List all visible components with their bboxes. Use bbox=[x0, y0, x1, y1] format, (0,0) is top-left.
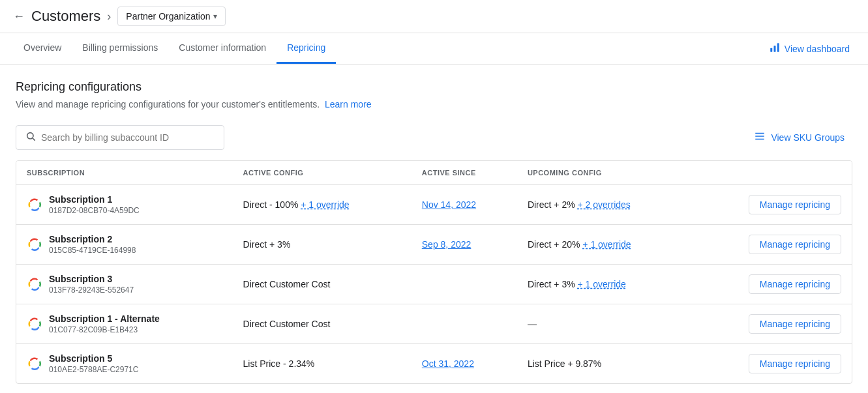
table-row: Subscription 2 015C85-4719CE-164998 Dire… bbox=[16, 225, 852, 265]
manage-repricing-button[interactable]: Manage repricing bbox=[749, 235, 841, 254]
subscription-id: 01C077-82C09B-E1B423 bbox=[49, 325, 160, 334]
active-config-cell: List Price - 2.34% bbox=[233, 344, 412, 384]
search-row: View SKU Groups bbox=[16, 125, 852, 150]
subscription-name: Subscription 3 bbox=[49, 274, 134, 284]
col-upcoming-config: Upcoming Config bbox=[517, 161, 692, 185]
tab-billing[interactable]: Billing permissions bbox=[72, 33, 168, 64]
upcoming-config-cell: Direct + 2% + 2 overrides bbox=[517, 185, 692, 225]
upcoming-config-link[interactable]: + 1 override bbox=[578, 279, 626, 289]
active-since-link[interactable]: Oct 31, 2022 bbox=[422, 358, 474, 369]
active-config-link[interactable]: + 1 override bbox=[301, 199, 349, 210]
action-cell: Manage repricing bbox=[692, 304, 852, 344]
chevron-down-icon: ▾ bbox=[213, 12, 217, 21]
col-subscription: Subscription bbox=[16, 161, 233, 185]
subscription-cell: Subscription 5 010AE2-5788AE-C2971C bbox=[16, 344, 233, 384]
search-input[interactable] bbox=[41, 132, 215, 143]
active-config-cell: Direct + 3% bbox=[233, 225, 412, 265]
manage-repricing-button[interactable]: Manage repricing bbox=[749, 314, 841, 334]
active-config-text: Direct Customer Cost bbox=[243, 279, 331, 289]
upcoming-config-cell: Direct + 3% + 1 override bbox=[517, 265, 692, 304]
breadcrumb-sep: › bbox=[107, 10, 111, 23]
gcp-icon bbox=[27, 316, 42, 332]
tab-overview[interactable]: Overview bbox=[13, 33, 72, 64]
active-since-link[interactable]: Nov 14, 2022 bbox=[422, 199, 476, 210]
upcoming-config-text: — bbox=[528, 319, 537, 329]
action-cell: Manage repricing bbox=[692, 225, 852, 265]
upcoming-config-text: Direct + 2% bbox=[528, 199, 575, 210]
col-actions bbox=[692, 161, 852, 185]
back-button[interactable]: ← bbox=[13, 10, 25, 23]
main-content: Repricing configurations View and manage… bbox=[0, 65, 868, 393]
svg-line-4 bbox=[33, 138, 35, 141]
upcoming-config-link[interactable]: + 1 override bbox=[582, 239, 631, 250]
active-config-cell: Direct Customer Cost bbox=[233, 304, 412, 344]
active-config-text: List Price - 2.34% bbox=[243, 358, 315, 369]
svg-point-3 bbox=[27, 133, 33, 139]
org-dropdown[interactable]: Partner Organization ▾ bbox=[117, 7, 225, 26]
section-title: Repricing configurations bbox=[16, 80, 852, 94]
subscription-id: 010AE2-5788AE-C2971C bbox=[49, 365, 138, 374]
subscription-id: 0187D2-08CB70-4A59DC bbox=[49, 206, 140, 215]
tab-customer-info[interactable]: Customer information bbox=[168, 33, 277, 64]
manage-repricing-button[interactable]: Manage repricing bbox=[749, 274, 841, 294]
view-dashboard-button[interactable]: View dashboard bbox=[764, 36, 855, 61]
subscription-name: Subscription 2 bbox=[49, 234, 136, 244]
table-row: Subscription 5 010AE2-5788AE-C2971C List… bbox=[16, 344, 852, 384]
menu-icon bbox=[754, 130, 766, 145]
active-since-cell: Sep 8, 2022 bbox=[412, 225, 517, 265]
action-cell: Manage repricing bbox=[692, 344, 852, 384]
action-cell: Manage repricing bbox=[692, 265, 852, 304]
gcp-icon bbox=[27, 356, 42, 371]
subscription-cell: Subscription 3 013F78-29243E-552647 bbox=[16, 265, 233, 304]
active-since-cell: Nov 14, 2022 bbox=[412, 185, 517, 225]
active-config-cell: Direct - 100% + 1 override bbox=[233, 185, 412, 225]
tab-repricing[interactable]: Repricing bbox=[277, 33, 336, 64]
search-icon bbox=[25, 131, 36, 144]
upcoming-config-link[interactable]: + 2 overrides bbox=[578, 199, 631, 210]
svg-rect-1 bbox=[773, 46, 775, 52]
view-sku-groups-button[interactable]: View SKU Groups bbox=[746, 125, 852, 150]
subscription-cell: Subscription 2 015C85-4719CE-164998 bbox=[16, 225, 233, 265]
table-row: Subscription 1 - Alternate 01C077-82C09B… bbox=[16, 304, 852, 344]
gcp-icon bbox=[27, 197, 42, 212]
subscription-id: 013F78-29243E-552647 bbox=[49, 285, 134, 295]
top-bar: ← Customers › Partner Organization ▾ bbox=[0, 0, 868, 33]
table-row: Subscription 1 0187D2-08CB70-4A59DC Dire… bbox=[16, 185, 852, 225]
gcp-icon bbox=[27, 237, 42, 252]
tabs-container: Overview Billing permissions Customer in… bbox=[13, 33, 336, 64]
active-config-text: Direct - 100% bbox=[243, 199, 299, 210]
svg-rect-5 bbox=[756, 133, 765, 134]
svg-rect-2 bbox=[777, 43, 779, 52]
subscription-name: Subscription 1 - Alternate bbox=[49, 313, 160, 324]
svg-rect-6 bbox=[756, 136, 765, 137]
manage-repricing-button[interactable]: Manage repricing bbox=[749, 195, 841, 214]
subscription-name: Subscription 5 bbox=[49, 353, 138, 364]
upcoming-config-cell: — bbox=[517, 304, 692, 344]
action-cell: Manage repricing bbox=[692, 185, 852, 225]
learn-more-link[interactable]: Learn more bbox=[325, 99, 372, 109]
active-config-text: Direct Customer Cost bbox=[243, 319, 331, 329]
table-row: Subscription 3 013F78-29243E-552647 Dire… bbox=[16, 265, 852, 304]
nav-tabs: Overview Billing permissions Customer in… bbox=[0, 33, 868, 65]
active-since-cell bbox=[412, 265, 517, 304]
svg-rect-0 bbox=[770, 48, 772, 51]
active-config-text: Direct + 3% bbox=[243, 239, 291, 250]
active-config-cell: Direct Customer Cost bbox=[233, 265, 412, 304]
view-dashboard-label: View dashboard bbox=[785, 44, 850, 54]
section-desc: View and manage repricing configurations… bbox=[16, 99, 852, 109]
dashboard-icon bbox=[769, 42, 781, 56]
manage-repricing-button[interactable]: Manage repricing bbox=[749, 354, 841, 373]
page-title: Customers bbox=[31, 8, 100, 25]
subscriptions-table: Subscription Active Config Active Since … bbox=[16, 160, 852, 384]
sku-groups-label: View SKU Groups bbox=[771, 132, 845, 143]
active-since-link[interactable]: Sep 8, 2022 bbox=[422, 239, 471, 250]
svg-rect-7 bbox=[756, 139, 765, 140]
active-since-cell bbox=[412, 304, 517, 344]
col-active-since: Active Since bbox=[412, 161, 517, 185]
upcoming-config-text: Direct + 20% bbox=[528, 239, 580, 250]
upcoming-config-text: Direct + 3% bbox=[528, 279, 575, 289]
subscription-cell: Subscription 1 0187D2-08CB70-4A59DC bbox=[16, 185, 233, 225]
org-name: Partner Organization bbox=[126, 11, 210, 22]
col-active-config: Active Config bbox=[233, 161, 412, 185]
gcp-icon bbox=[27, 276, 42, 292]
